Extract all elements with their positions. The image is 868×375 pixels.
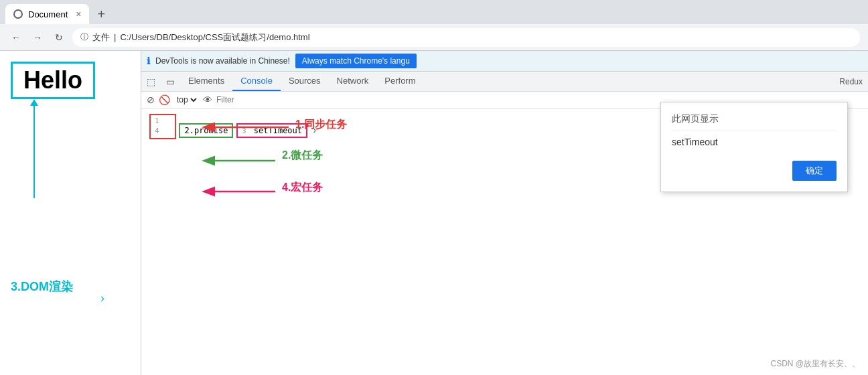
tab-bar: Document × + bbox=[0, 0, 868, 24]
tab-elements[interactable]: Elements bbox=[180, 72, 232, 91]
eye-icon[interactable]: 👁 bbox=[203, 94, 212, 105]
hello-text: Hello bbox=[23, 66, 82, 94]
console-line-1: 1 bbox=[155, 117, 171, 125]
block-icon[interactable]: ⊘ bbox=[147, 94, 155, 105]
micro-label: 2.微任务 bbox=[282, 149, 323, 163]
tab-close-btn[interactable]: × bbox=[76, 9, 81, 19]
dom-render-label: 3.DOM渲染 bbox=[11, 279, 73, 295]
device-icon[interactable]: ▭ bbox=[161, 72, 180, 91]
devtools-info-bar: ℹ DevTools is now available in Chinese! … bbox=[141, 51, 868, 72]
devtools-info-text: DevTools is now available in Chinese! bbox=[155, 56, 290, 66]
alert-dialog: 此网页显示 setTimeout 确定 bbox=[660, 102, 848, 192]
alert-confirm-btn[interactable]: 确定 bbox=[792, 161, 837, 181]
tab-performance[interactable]: Perform bbox=[376, 72, 423, 91]
dom-chevron: › bbox=[100, 291, 104, 305]
main-area: Hello 3.DOM渲染 › ℹ DevTools is now availa… bbox=[0, 51, 868, 375]
browser-chrome: Document × + ← → ↻ ⓘ 文件 | C:/Users/DB/De… bbox=[0, 0, 868, 51]
sync-lines: 1 4 bbox=[149, 114, 176, 139]
url-info-icon: ⓘ bbox=[80, 31, 88, 43]
address-bar: ← → ↻ ⓘ 文件 | C:/Users/DB/Desktop/CSS面试题练… bbox=[0, 24, 868, 51]
tab-network[interactable]: Network bbox=[329, 72, 377, 91]
tab-redux[interactable]: Redux bbox=[834, 73, 868, 90]
page-area: Hello 3.DOM渲染 › bbox=[0, 51, 141, 375]
reload-btn[interactable]: ↻ bbox=[51, 29, 67, 46]
dom-arrow-up bbox=[33, 104, 35, 198]
promise-box: 2.promise bbox=[179, 123, 233, 138]
line-num-4: 4 bbox=[155, 127, 168, 135]
context-selector[interactable]: top bbox=[174, 94, 199, 105]
timeout-line-num: 3 bbox=[242, 127, 246, 135]
hello-element: Hello bbox=[11, 62, 95, 99]
new-tab-btn[interactable]: + bbox=[92, 5, 111, 23]
macro-label: 4.宏任务 bbox=[282, 181, 323, 195]
active-tab[interactable]: Document × bbox=[5, 4, 89, 24]
url-bar[interactable]: ⓘ 文件 | C:/Users/DB/Desktop/CSS面试题练习/demo… bbox=[72, 28, 860, 47]
forward-btn[interactable]: → bbox=[29, 29, 46, 46]
alert-title: 此网页显示 bbox=[672, 113, 837, 131]
console-line-4: 4 bbox=[155, 127, 171, 135]
cursor-icon[interactable]: ⬚ bbox=[141, 72, 161, 91]
filter-icon[interactable]: 🚫 bbox=[159, 94, 170, 105]
csdn-watermark: CSDN @故里有长安、、 bbox=[770, 358, 860, 370]
tab-title: Document bbox=[28, 9, 68, 19]
sync-task-box: 1 4 2.promise 3 setTimeout bbox=[149, 114, 307, 139]
devtools-tabs: ⬚ ▭ Elements Console Sources Network Per… bbox=[141, 72, 868, 92]
tab-console[interactable]: Console bbox=[232, 72, 281, 91]
tab-sources[interactable]: Sources bbox=[281, 72, 329, 91]
url-separator: | bbox=[114, 32, 116, 42]
line-num-1: 1 bbox=[155, 117, 168, 125]
promise-text: 2.promise bbox=[184, 126, 228, 135]
info-icon: ℹ bbox=[147, 56, 150, 66]
url-path: C:/Users/DB/Desktop/CSS面试题练习/demo.html bbox=[120, 31, 309, 44]
alert-message: setTimeout bbox=[672, 137, 837, 147]
devtools-panel: ℹ DevTools is now available in Chinese! … bbox=[141, 51, 868, 375]
url-protocol: 文件 bbox=[92, 31, 110, 44]
sync-label: 1.同步任务 bbox=[295, 118, 347, 132]
match-language-btn[interactable]: Always match Chrome's langu bbox=[295, 54, 417, 68]
tab-favicon bbox=[13, 9, 23, 19]
back-btn[interactable]: ← bbox=[8, 29, 24, 46]
